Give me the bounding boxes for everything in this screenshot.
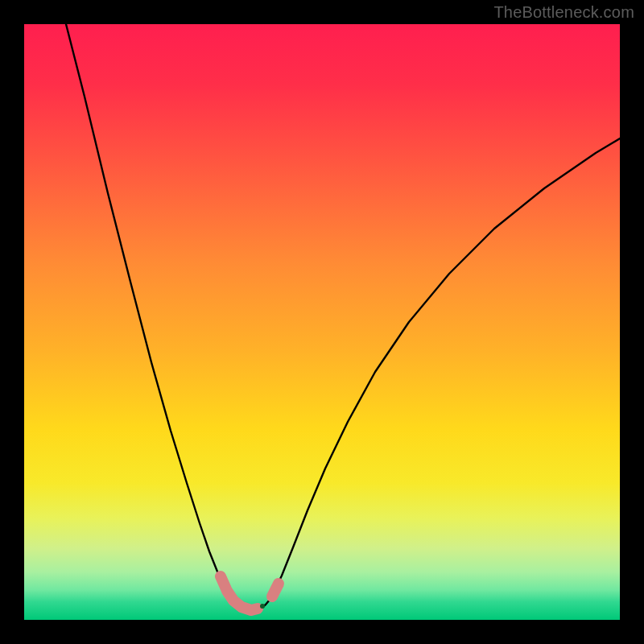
- series-markers: [221, 576, 258, 610]
- chart-series-group: [66, 24, 620, 612]
- series-right-marker: [272, 584, 279, 597]
- chart-curve-layer: [24, 24, 620, 620]
- watermark-text: TheBottleneck.com: [493, 3, 634, 22]
- series-v-curve: [66, 24, 620, 612]
- chart-frame: [24, 24, 620, 620]
